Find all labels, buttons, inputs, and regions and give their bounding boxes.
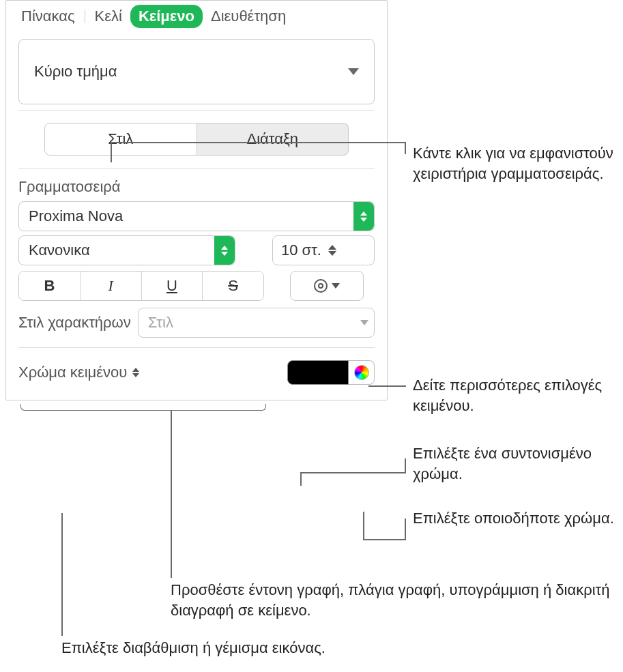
callout-text-color: Επιλέξτε διαβάθμιση ή γέμισμα εικόνας. [61, 638, 403, 658]
stepper-icon [321, 245, 341, 256]
italic-button[interactable]: I [81, 272, 142, 300]
tab-table[interactable]: Πίνακας [13, 5, 83, 28]
color-wells [287, 360, 375, 385]
paragraph-style-select[interactable]: Κύριο τμήμα [18, 39, 375, 104]
text-color-label-text: Χρώμα κειμένου [18, 364, 127, 381]
font-heading: Γραμματοσειρά [18, 178, 375, 196]
top-tabs: Πίνακας Κελί Κείμενο Διευθέτηση [6, 1, 387, 33]
color-preset-well[interactable] [287, 360, 349, 385]
subtabs: Στιλ Διάταξη [44, 123, 349, 156]
paragraph-style-label: Κύριο τμήμα [34, 63, 117, 81]
font-size-stepper[interactable]: 10 στ. [272, 235, 375, 265]
bold-button[interactable]: B [19, 272, 81, 300]
chevron-down-icon [332, 283, 340, 289]
color-wheel-icon [354, 365, 369, 380]
stepper-icon [132, 368, 139, 377]
bracket [20, 404, 266, 411]
character-style-label: Στιλ χαρακτήρων [18, 314, 131, 332]
callout-preset-color: Επιλέξτε ένα συντονισμένο χρώμα. [413, 443, 623, 484]
character-style-placeholder: Στιλ [148, 314, 173, 332]
text-color-select[interactable]: Χρώμα κειμένου [18, 364, 139, 381]
callout-advanced: Δείτε περισσότερες επιλογές κειμένου. [413, 375, 618, 415]
advanced-options-button[interactable] [290, 271, 364, 301]
subtab-style[interactable]: Στιλ [44, 123, 197, 156]
chevron-down-icon [360, 320, 368, 325]
character-style-select[interactable]: Στιλ [138, 308, 375, 338]
divider [18, 347, 375, 348]
tab-arrange[interactable]: Διευθέτηση [203, 5, 294, 28]
dropdown-knob-icon [353, 202, 374, 231]
tab-text[interactable]: Κείμενο [130, 5, 203, 28]
font-family-select[interactable]: Proxima Nova [18, 201, 375, 231]
divider [18, 168, 375, 169]
font-weight-value: Κανονικα [29, 242, 90, 259]
tab-cell[interactable]: Κελί [87, 5, 130, 28]
underline-button[interactable]: U [142, 272, 203, 300]
chevron-down-icon [348, 68, 359, 75]
text-style-group: B I U S [18, 271, 264, 301]
font-size-value: 10 στ. [281, 242, 321, 259]
divider [18, 110, 375, 111]
format-panel: Πίνακας Κελί Κείμενο Διευθέτηση Κύριο τμ… [5, 0, 388, 400]
font-weight-select[interactable]: Κανονικα [18, 235, 235, 265]
callout-any-color: Επιλέξτε οποιοδήποτε χρώμα. [413, 508, 623, 529]
gear-icon [314, 279, 328, 293]
divider [85, 10, 85, 23]
font-family-value: Proxima Nova [29, 207, 123, 225]
callout-bius: Προσθέστε έντονη γραφή, πλάγια γραφή, υπ… [171, 580, 614, 620]
strike-button[interactable]: S [203, 272, 263, 300]
dropdown-knob-icon [214, 236, 235, 265]
subtab-layout[interactable]: Διάταξη [197, 123, 349, 156]
callout-style-tab: Κάντε κλικ για να εμφανιστούν χειριστήρι… [413, 143, 618, 184]
color-wheel-button[interactable] [349, 360, 375, 385]
